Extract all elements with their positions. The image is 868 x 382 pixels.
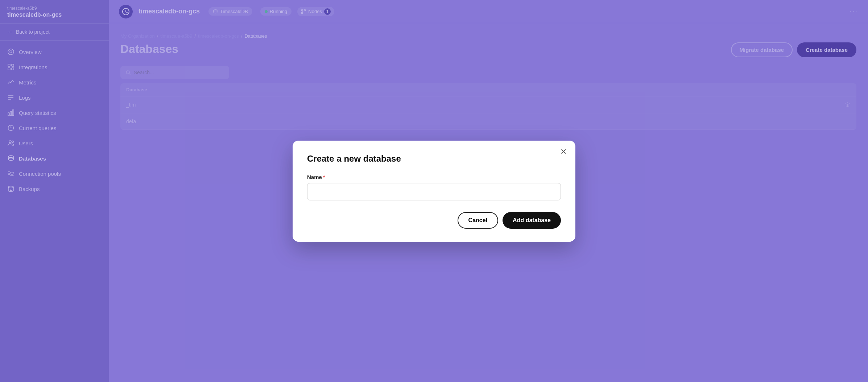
create-database-modal: ✕ Create a new database Name * Cancel Ad… — [293, 141, 575, 242]
modal-title: Create a new database — [307, 154, 561, 164]
modal-cancel-button[interactable]: Cancel — [458, 212, 498, 229]
modal-submit-button[interactable]: Add database — [503, 212, 561, 229]
modal-close-button[interactable]: ✕ — [560, 148, 567, 156]
name-field-group: Name * — [307, 174, 561, 212]
modal-actions: Cancel Add database — [307, 212, 561, 229]
required-indicator: * — [323, 174, 325, 180]
modal-overlay: ✕ Create a new database Name * Cancel Ad… — [0, 0, 868, 382]
database-name-input[interactable] — [307, 183, 561, 200]
name-label: Name * — [307, 174, 561, 180]
